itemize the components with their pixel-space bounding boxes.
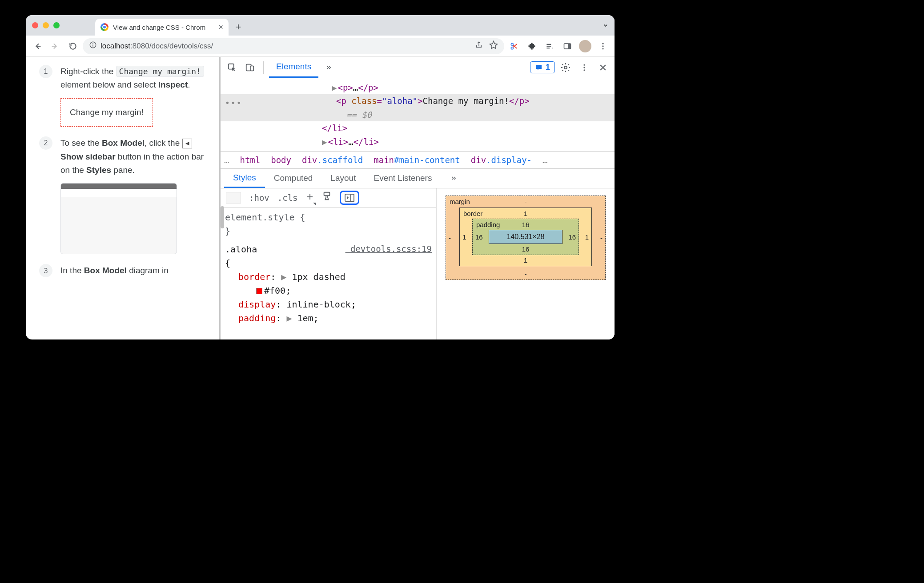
more-tabs-icon[interactable]: [320, 60, 336, 76]
margin-left[interactable]: -: [449, 234, 451, 241]
css-rules[interactable]: :hov .cls element.style { } .aloha _devt…: [221, 188, 437, 339]
tab-layout[interactable]: Layout: [321, 169, 365, 188]
tab-elements[interactable]: Elements: [269, 57, 318, 78]
dom-breadcrumbs[interactable]: … html body div.scaffold main#main-conte…: [221, 151, 615, 169]
border-right[interactable]: 1: [585, 233, 589, 240]
step2-bold3: Styles: [86, 165, 111, 175]
expand-shorthand-icon[interactable]: ▶: [286, 313, 297, 323]
side-panel-icon[interactable]: [559, 38, 575, 54]
back-button[interactable]: [29, 38, 45, 54]
breadcrumb-item[interactable]: html: [240, 155, 260, 165]
breadcrumb-item[interactable]: main#main-content: [374, 155, 460, 165]
padding-top[interactable]: 16: [522, 221, 530, 228]
extensions-icon[interactable]: [524, 38, 540, 54]
expand-icon[interactable]: ▶: [322, 137, 327, 147]
tab-styles[interactable]: Styles: [224, 169, 265, 188]
rule-close: }: [225, 226, 230, 236]
cls-toggle[interactable]: .cls: [277, 192, 298, 204]
padding-bottom[interactable]: 16: [522, 245, 530, 253]
site-info-icon[interactable]: [89, 41, 97, 51]
step1-text-a: Right-click the: [60, 67, 116, 76]
border-top[interactable]: 1: [524, 210, 527, 217]
styles-tabstrip: Styles Computed Layout Event Listeners: [221, 169, 615, 188]
dom-node[interactable]: ▶<p>…</p>: [221, 81, 615, 94]
tab-event-listeners[interactable]: Event Listeners: [365, 169, 441, 188]
scissors-icon[interactable]: [506, 38, 522, 54]
step3-text-b: diagram in: [127, 266, 169, 275]
padding-left[interactable]: 16: [475, 233, 483, 240]
media-icon[interactable]: [542, 38, 558, 54]
dom-node[interactable]: </li>: [221, 121, 615, 135]
rule-selector[interactable]: element.style {: [225, 212, 305, 223]
rule-source-link[interactable]: _devtools.scss:19: [345, 243, 432, 256]
issues-chip[interactable]: 1: [530, 61, 555, 73]
sample-element[interactable]: Change my margin!: [60, 98, 153, 127]
border-bottom[interactable]: 1: [524, 256, 527, 264]
device-toolbar-icon[interactable]: [242, 60, 258, 76]
tabs-menu-icon[interactable]: [599, 19, 612, 32]
css-prop[interactable]: padding: [238, 313, 276, 323]
maximize-window-icon[interactable]: [53, 22, 60, 28]
dom-node[interactable]: ▶<li>…</li>: [221, 135, 615, 148]
bookmark-icon[interactable]: [489, 40, 498, 52]
minimize-window-icon[interactable]: [43, 22, 49, 28]
close-window-icon[interactable]: [32, 22, 38, 28]
dom-node-selected[interactable]: ••• <p class="aloha">Change my margin!</…: [221, 94, 615, 108]
show-sidebar-button[interactable]: [340, 191, 359, 205]
box-padding[interactable]: padding 16 16 16 16 140.531×28: [472, 219, 579, 255]
breadcrumb-item[interactable]: body: [271, 155, 291, 165]
inspect-element-icon[interactable]: [224, 60, 240, 76]
box-margin[interactable]: margin - - - - border 1 1 1 1 padding: [446, 196, 606, 280]
paint-brush-icon[interactable]: [322, 191, 332, 204]
browser-tab[interactable]: View and change CSS - Chrom ×: [95, 19, 229, 36]
share-icon[interactable]: [475, 41, 483, 51]
padding-right[interactable]: 16: [568, 233, 576, 240]
css-value[interactable]: #f00: [264, 285, 285, 296]
forward-button[interactable]: [47, 38, 63, 54]
code-sample: Change my margin!: [116, 66, 204, 77]
settings-icon[interactable]: [558, 60, 574, 76]
close-tab-icon[interactable]: ×: [218, 23, 223, 32]
box-border[interactable]: border 1 1 1 1 padding 16 16 16 16: [459, 208, 592, 266]
chrome-menu-icon[interactable]: [595, 38, 611, 54]
rule-selector[interactable]: .aloha: [225, 244, 257, 255]
step2-bold2: Show sidebar: [60, 152, 116, 161]
scrollbar[interactable]: [221, 206, 224, 228]
css-prop[interactable]: display: [238, 299, 276, 310]
step-3: 3 In the Box Model diagram in: [39, 264, 206, 277]
box-content[interactable]: 140.531×28: [489, 230, 562, 244]
new-tab-button[interactable]: +: [231, 20, 245, 34]
content-split: 1 Right-click the Change my margin! elem…: [26, 57, 615, 339]
tab-computed[interactable]: Computed: [265, 169, 322, 188]
close-devtools-icon[interactable]: [595, 60, 611, 76]
profile-avatar[interactable]: [577, 38, 593, 54]
breadcrumb-overflow-icon[interactable]: …: [224, 155, 229, 165]
expand-icon[interactable]: ▶: [332, 83, 337, 92]
breadcrumb-overflow-icon[interactable]: …: [542, 155, 547, 165]
devtools-menu-icon[interactable]: [576, 60, 592, 76]
more-tabs-icon[interactable]: [445, 170, 461, 186]
breadcrumb-item[interactable]: div.display-: [471, 155, 532, 165]
margin-top[interactable]: -: [525, 198, 527, 205]
reload-button[interactable]: [65, 38, 81, 54]
css-value[interactable]: 1em: [297, 313, 313, 323]
margin-bottom[interactable]: -: [525, 270, 527, 278]
step1-text-c: .: [188, 80, 190, 89]
address-bar[interactable]: localhost:8080/docs/devtools/css/: [83, 38, 504, 54]
expand-shorthand-icon[interactable]: ▶: [281, 272, 292, 282]
box-label: margin: [450, 198, 470, 205]
breadcrumb-item[interactable]: div.scaffold: [302, 155, 363, 165]
new-rule-icon[interactable]: [306, 192, 314, 204]
browser-toolbar: localhost:8080/docs/devtools/css/: [26, 36, 615, 57]
css-prop[interactable]: border: [238, 272, 270, 282]
filter-input[interactable]: [226, 192, 241, 204]
margin-right[interactable]: -: [600, 234, 603, 241]
dom-tree[interactable]: ▶<p>…</p> ••• <p class="aloha">Change my…: [221, 78, 615, 151]
color-swatch-icon[interactable]: [256, 288, 262, 294]
hov-toggle[interactable]: :hov: [249, 192, 269, 204]
box-model-diagram[interactable]: margin - - - - border 1 1 1 1 padding: [437, 188, 615, 339]
svg-rect-18: [345, 194, 354, 201]
border-left[interactable]: 1: [462, 233, 466, 240]
css-value[interactable]: 1px dashed: [292, 272, 345, 282]
css-value[interactable]: inline-block: [286, 299, 351, 310]
